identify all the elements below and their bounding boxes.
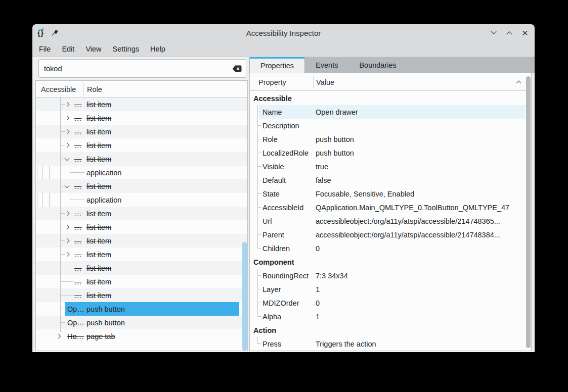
tree-row[interactable]: …list item xyxy=(36,207,247,220)
menu-file[interactable]: File xyxy=(33,43,56,55)
property-row[interactable]: BoundingRect7:3 34x34 xyxy=(250,269,531,282)
property-row[interactable]: AccessibleIdQApplication.Main_QMLTYPE_0.… xyxy=(250,201,531,214)
tree-row[interactable]: …list item xyxy=(36,97,247,111)
property-row[interactable]: MDIZOrder0 xyxy=(250,296,531,310)
property-row[interactable]: Parentaccessibleobject:/org/a11y/atspi/a… xyxy=(250,228,531,241)
accessible-cell: … xyxy=(74,97,82,111)
menu-help[interactable]: Help xyxy=(145,43,171,55)
property-row[interactable]: LocalizedRolepush button xyxy=(250,146,531,160)
property-row[interactable]: Alpha1 xyxy=(250,310,531,323)
expander-closed-icon[interactable] xyxy=(65,102,70,107)
tree-row[interactable]: application xyxy=(36,193,247,207)
maximize-button[interactable] xyxy=(506,29,513,36)
expander-open-icon[interactable] xyxy=(65,183,70,188)
sort-indicator-icon[interactable] xyxy=(516,81,521,86)
role-cell: list item xyxy=(86,261,111,275)
tab-properties[interactable]: Properties xyxy=(249,57,305,73)
property-row[interactable]: NameOpen drawer xyxy=(250,105,531,119)
property-label: MDIZOrder xyxy=(263,296,299,310)
tree-row[interactable]: …list item xyxy=(36,275,247,288)
role-cell: list item xyxy=(86,248,111,261)
expander-closed-icon[interactable] xyxy=(65,238,70,243)
property-row[interactable]: Defaultfalse xyxy=(250,173,531,187)
property-row[interactable]: Children0 xyxy=(250,241,531,255)
clear-search-icon[interactable] xyxy=(232,65,242,72)
property-label: Press xyxy=(263,337,281,351)
property-row[interactable]: Urlaccessibleobject:/org/a11y/atspi/acce… xyxy=(250,214,531,228)
titlebar[interactable]: {} Accessibility Inspector xyxy=(32,24,535,41)
tab-events[interactable]: Events xyxy=(305,57,348,73)
properties-header: Property Value xyxy=(250,73,531,91)
tree-row[interactable]: …list item xyxy=(36,111,247,125)
tree-row[interactable]: Op…push button xyxy=(36,302,247,316)
menu-settings[interactable]: Settings xyxy=(107,43,145,55)
tree-scrollbar[interactable] xyxy=(242,242,247,351)
role-cell: push button xyxy=(86,302,125,316)
expander-open-icon[interactable] xyxy=(65,156,70,161)
accessible-cell: … xyxy=(74,125,82,138)
properties-scrollbar[interactable] xyxy=(526,76,531,348)
tree-row[interactable]: …list item xyxy=(36,288,247,302)
column-header-accessible[interactable]: Accessible xyxy=(41,81,76,97)
property-row[interactable]: Rolepush button xyxy=(250,132,531,146)
column-header-role[interactable]: Role xyxy=(87,81,102,97)
column-header-property[interactable]: Property xyxy=(258,73,286,91)
tree-row[interactable]: …list item xyxy=(36,220,247,234)
expander-closed-icon[interactable] xyxy=(65,252,70,257)
property-row[interactable]: Visibletrue xyxy=(250,160,531,173)
expander-closed-icon[interactable] xyxy=(65,143,70,148)
accessible-cell: … xyxy=(74,234,82,248)
expander-closed-icon[interactable] xyxy=(65,129,70,134)
tree-row[interactable]: …list item xyxy=(36,179,247,193)
accessible-cell: Op… xyxy=(67,302,84,316)
property-label: Description xyxy=(263,119,299,132)
tab-boundaries[interactable]: Boundaries xyxy=(348,57,407,73)
menu-view[interactable]: View xyxy=(80,43,107,55)
property-label: Layer xyxy=(263,282,281,296)
role-cell: application xyxy=(86,193,121,207)
role-cell: push button xyxy=(86,316,125,329)
tree-row[interactable]: …list item xyxy=(36,125,247,138)
property-row[interactable]: StateFocusable, Sensitive, Enabled xyxy=(250,187,531,201)
tree-row[interactable]: …list item xyxy=(36,248,247,261)
menu-edit[interactable]: Edit xyxy=(56,43,80,55)
expander-closed-icon[interactable] xyxy=(65,225,70,230)
tree-row[interactable]: application xyxy=(36,166,247,179)
accessible-cell: … xyxy=(74,275,82,288)
property-section-row[interactable]: Action xyxy=(250,323,531,337)
property-row[interactable]: Description xyxy=(250,119,531,132)
property-value: Open drawer xyxy=(316,105,358,119)
tree-row[interactable]: …list item xyxy=(36,138,247,152)
property-row[interactable]: Layer1 xyxy=(250,282,531,296)
search-input[interactable] xyxy=(39,60,246,77)
property-value: push button xyxy=(316,132,354,146)
tree-row[interactable]: Ho…page tab xyxy=(36,329,247,343)
accessible-cell: … xyxy=(74,138,82,152)
properties-rows: AccessibleNameOpen drawerDescriptionRole… xyxy=(250,91,531,351)
tree-row[interactable]: …list item xyxy=(36,261,247,275)
accessible-cell: … xyxy=(74,207,82,220)
menubar: FileEditViewSettingsHelp xyxy=(32,41,535,57)
role-cell: list item xyxy=(86,234,111,248)
property-value: false xyxy=(316,173,331,187)
property-value: Triggers the action xyxy=(316,337,376,351)
accessibility-inspector-window: {} Accessibility Inspector xyxy=(32,24,535,352)
search-box xyxy=(38,59,246,78)
property-section-row[interactable]: Component xyxy=(250,255,531,269)
expander-closed-icon[interactable] xyxy=(56,334,61,339)
minimize-button[interactable] xyxy=(490,29,497,36)
property-row[interactable]: PressTriggers the action xyxy=(250,337,531,351)
tree-row[interactable]: Op…push button xyxy=(36,316,247,329)
expander-closed-icon[interactable] xyxy=(65,211,70,216)
close-button[interactable]: × xyxy=(521,29,529,36)
role-cell: list item xyxy=(86,152,111,166)
expander-closed-icon[interactable] xyxy=(65,116,70,121)
column-header-value[interactable]: Value xyxy=(316,73,334,91)
accessible-cell: … xyxy=(74,261,82,275)
tree-row[interactable]: …list item xyxy=(36,234,247,248)
role-cell: list item xyxy=(86,179,111,193)
properties-panel: Property Value AccessibleNameOpen drawer… xyxy=(249,73,532,351)
accessible-cell: Op… xyxy=(67,316,84,329)
tree-row[interactable]: …list item xyxy=(36,152,247,166)
property-section-row[interactable]: Accessible xyxy=(250,91,531,105)
